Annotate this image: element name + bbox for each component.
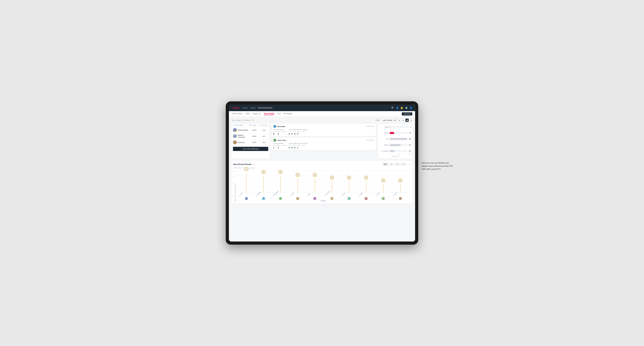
sub-nav: PGAT Players PGA Hcaps 1-5 Team Clippd T… [229, 111, 415, 117]
search-icon[interactable]: 🔍 [391, 107, 394, 109]
practice-activities-group-1: Total Practice Activities OTT APP ARG PU… [289, 129, 308, 135]
team-player-count: | 14 Players [242, 119, 251, 121]
edit-icon[interactable]: ✏️ [252, 119, 254, 121]
bar-label-pars: Pars [379, 138, 389, 140]
practice-label-1: Practice [282, 131, 286, 132]
nav-link-teams[interactable]: Teams [250, 107, 256, 109]
player-info-2: 2 Edward Crossman [233, 134, 249, 138]
add-team-button[interactable]: Add Team [402, 112, 412, 116]
user-icon[interactable]: 👤 [396, 107, 399, 109]
table-row: 1 Richard Butler 19/20 110 [232, 127, 270, 133]
practice-activities-group-2: Total Practice Activities OTT APP ARG PU… [289, 143, 308, 149]
subnav-all-players[interactable]: All Players [284, 113, 292, 115]
player-avg-2: 107 [260, 135, 268, 137]
view-full-leaderboard-button[interactable]: View Full Leaderboard [233, 147, 268, 151]
bar-row-bogeys: Bogeys 311 [379, 143, 411, 147]
streak-avatar-4 [313, 197, 316, 200]
tournament-value-1: 8 [273, 133, 274, 135]
streak-avatar-8 [382, 197, 385, 200]
arrow-pointer: ← [252, 162, 256, 166]
filter-putt[interactable]: PUTT [401, 163, 407, 166]
streak-bubble-0[interactable]: 7x [244, 167, 248, 171]
col-pb-score: PB SCORE [249, 124, 260, 126]
streak-name-3: J. Coles [290, 192, 294, 196]
avatar-icon[interactable]: 👤 [410, 107, 412, 109]
avatar-1: 1 [233, 128, 237, 132]
streak-bubble-1[interactable]: 6x [262, 170, 266, 174]
y-axis-label: Best Streak, Fairway Accuracy [233, 170, 236, 202]
streak-col-2: 6xD. Billingham [272, 170, 289, 193]
streak-bubble-7[interactable]: 4x [364, 176, 368, 180]
nav-link-performance[interactable]: My Performance [258, 107, 272, 109]
grid-view-btn[interactable]: ⊞ [398, 119, 401, 122]
settings-icon[interactable]: ⚙️ [405, 107, 408, 109]
table-view-btn[interactable]: ▤ [409, 119, 413, 122]
bell-icon[interactable]: 🔔 [400, 107, 403, 109]
period-dropdown[interactable]: Last 3 months [380, 119, 396, 122]
subnav-pgat[interactable]: PGAT Players [232, 113, 242, 115]
avatar-3: 3 [233, 140, 237, 144]
nav-link-home[interactable]: Home [242, 107, 248, 109]
player-name-1: Richard Butler [238, 129, 248, 131]
card-view-btn[interactable]: ▦ [405, 119, 409, 122]
bar-fill-dbogeys [390, 150, 394, 152]
streak-name-6: D. Ford [342, 192, 345, 196]
bar-fill-bogeys [390, 144, 400, 146]
round-card-1: Rees Britt 02 Sep 2023 Total Rounds Tour… [271, 123, 376, 136]
player-info-1: 1 Richard Butler [233, 128, 249, 132]
streak-bubble-2[interactable]: 6x [278, 170, 282, 174]
col-pb-avg: PB AVG SQ [260, 124, 268, 126]
streak-bubble-6[interactable]: 4x [347, 176, 351, 180]
bar-track-bogeys [390, 144, 408, 146]
filter-arg[interactable]: ARG [394, 163, 400, 166]
bar-row-pars: Pars 499 [379, 137, 411, 141]
bar-label-eagles: Eagles [379, 126, 389, 128]
bar-track-pars [390, 138, 408, 140]
rank-badge-1: 1 [235, 130, 237, 132]
streak-avatar-0 [245, 197, 248, 200]
bar-track-eagles [390, 126, 409, 128]
streak-col-5: 4xE. Crossman [324, 170, 340, 193]
streak-name-1: B. McHerg [256, 191, 261, 196]
table-row: 3 Cameron... 17/20 103 [232, 139, 270, 145]
streak-bubble-9[interactable]: 3x [398, 178, 402, 182]
streak-bubble-3[interactable]: 5x [296, 173, 300, 177]
leaderboard-header: PLAYER NAME PB SCORE PB AVG SQ [232, 124, 270, 127]
tablet-device: clippd Home Teams My Performance 🔍 👤 🔔 ⚙… [226, 101, 418, 245]
streak-bubble-5[interactable]: 4x [330, 176, 334, 180]
subnav-pga[interactable]: PGA [246, 113, 249, 115]
player-name-2: Edward Crossman [238, 134, 249, 138]
streak-avatar-6 [348, 197, 351, 200]
streak-avatar-1 [262, 197, 265, 200]
filter-app[interactable]: APP [388, 163, 394, 166]
content-area: Team Clippd | 14 Players ✏️ Show Last 3 … [229, 117, 415, 241]
player-info-3: 3 Cameron... [233, 140, 249, 144]
bar-value-birdies: 96 [410, 132, 411, 134]
streak-name-5: E. Crossman [324, 190, 330, 196]
bar-value-dbogeys: 131 [409, 150, 411, 152]
bar-label-dbogeys: D. Bogeys+ [379, 150, 389, 152]
filter-ott[interactable]: OTT [382, 163, 388, 166]
streak-bubble-8[interactable]: 3x [381, 178, 385, 182]
subnav-hcaps[interactable]: Hcaps 1-5 [253, 113, 261, 115]
streaks-title: Best Round Streaks ← [233, 162, 256, 166]
team-header: Team Clippd | 14 Players ✏️ Show Last 3 … [231, 119, 413, 122]
streak-col-0: 7xE. Ebert [238, 170, 255, 193]
streak-bubble-4[interactable]: 5x [313, 173, 317, 177]
player-avg-1: 110 [260, 129, 268, 131]
subnav-team-clippd[interactable]: Team Clippd [264, 113, 274, 115]
round-player-2: Josh Coles [277, 139, 286, 141]
chart-title: Total Shots [379, 156, 411, 157]
streak-line-7 [366, 181, 366, 193]
subnav-tour[interactable]: Tour [277, 113, 280, 115]
total-rounds-group-2: Total Rounds Tournament Practice 7 2 [273, 143, 286, 149]
nav-links: Home Teams My Performance [242, 107, 388, 109]
bar-row-eagles: Eagles 3 [379, 125, 411, 129]
round-avatar-1 [273, 125, 276, 128]
rounds-panel: Rees Britt 02 Sep 2023 Total Rounds Tour… [271, 123, 376, 159]
streak-name-0: E. Ebert [239, 192, 243, 196]
player-score-3: 17/20 [249, 141, 260, 143]
tablet-screen: clippd Home Teams My Performance 🔍 👤 🔔 ⚙… [229, 105, 415, 241]
list-view-btn[interactable]: ☰ [402, 119, 405, 122]
players-label: Players [236, 200, 411, 202]
